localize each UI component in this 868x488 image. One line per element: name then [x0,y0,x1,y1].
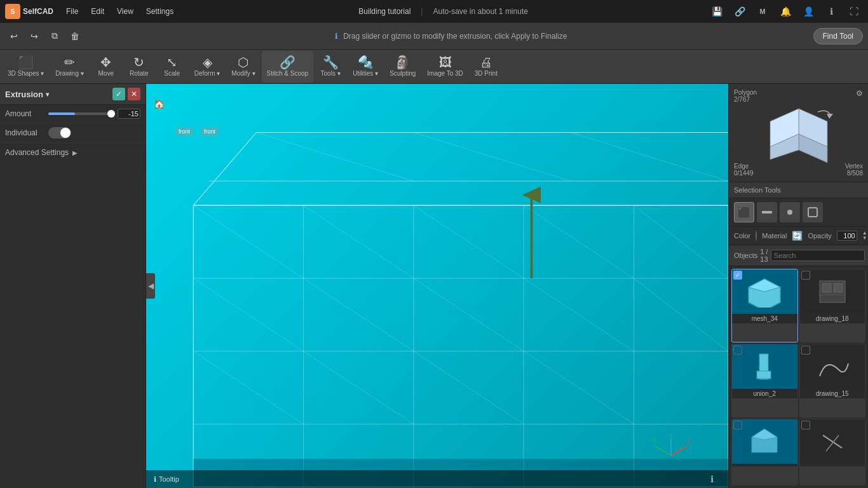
home-view-button[interactable]: 🏠 [154,99,165,109]
share-icon[interactable]: 🔗 [731,3,749,20]
object-5[interactable] [731,419,798,485]
opacity-spinner[interactable]: ▲ ▼ [862,231,867,241]
collapse-panel-button[interactable]: ◀ [146,273,155,299]
notification-icon[interactable]: 🔔 [776,3,794,20]
undo-redo-group: ↩ ↪ ⧉ 🗑 [5,27,84,45]
menu-view[interactable]: View [112,4,139,18]
drawing-18-thumb [800,269,865,314]
undo-button[interactable]: ↩ [5,27,23,45]
advanced-settings-label: Advanced Settings [5,148,69,157]
object-drawing-15[interactable]: drawing_15 [799,344,866,417]
edge-label: Edge [734,163,754,170]
select-polygon-button[interactable]: ⬛ [734,202,754,222]
drawing-15-icon [813,351,851,383]
save-icon[interactable]: 💾 [708,3,726,20]
viewport[interactable]: 🏠 front front X Y Z ℹ Tooltip ℹ [146,84,728,488]
tool-sculpting[interactable]: 🗿 Sculpting [384,51,421,83]
menu-settings[interactable]: Settings [141,4,179,18]
tool-3d-print[interactable]: 🖨 3D Print [470,51,503,83]
object-union-2[interactable]: union_2 [731,344,798,417]
amount-label: Amount [5,109,43,118]
amount-input[interactable] [118,109,140,119]
nav-settings-button[interactable]: ⚙ [856,89,863,98]
delete-button[interactable]: 🗑 [66,27,84,45]
vertex-label: Vertex [845,163,863,170]
select-edge-button[interactable] [757,202,777,222]
move-icon: ✥ [100,56,111,69]
tool-rotate[interactable]: ↻ Rotate [123,51,155,83]
info-bar: ℹ Drag slider or gizmo to modify the ext… [89,32,813,41]
objects-grid: ✓ mesh_34 [729,266,868,488]
mesh-34-icon [745,276,783,308]
amount-slider[interactable] [48,112,115,115]
tool-modify[interactable]: ⬡ Modify ▾ [226,51,260,83]
tool-tools[interactable]: 🔧 Tools ▾ [315,51,346,83]
move-label: Move [98,70,114,77]
autosave-status: Auto-save in about 1 minute [433,7,527,16]
modify-label: Modify ▾ [231,70,255,77]
tool-drawing[interactable]: ✏ Drawing ▾ [50,51,88,83]
object-drawing-18[interactable]: drawing_18 [799,269,866,342]
menu-edit[interactable]: Edit [86,4,109,18]
info-message: Drag slider or gizmo to modify the extru… [343,32,567,41]
apply-button[interactable]: ✓ [112,88,125,100]
info-icon[interactable]: ℹ [822,3,840,20]
tool-icons-bar: ⬛ 3D Shapes ▾ ✏ Drawing ▾ ✥ Move ↻ Rotat… [0,50,868,84]
material-icon[interactable]: 🔄 [792,231,803,241]
tool-utilities[interactable]: 🔩 Utilities ▾ [348,51,383,83]
opacity-down[interactable]: ▼ [862,236,867,241]
tool-deform[interactable]: ◈ Deform ▾ [189,51,226,83]
drawing-label: Drawing ▾ [55,70,83,77]
drawing-15-thumb [800,344,865,389]
close-button[interactable]: ✕ [128,88,140,100]
individual-toggle[interactable] [48,127,71,139]
user-icon[interactable]: 👤 [799,3,817,20]
fullscreen-icon[interactable]: ⛶ [845,3,863,20]
tooltip-info-button[interactable]: ℹ [703,470,721,488]
svg-rect-55 [822,283,831,292]
select-vertex-button[interactable] [780,202,800,222]
tool-3d-shapes[interactable]: ⬛ 3D Shapes ▾ [3,51,49,83]
obj-6-thumb [800,419,865,464]
union-2-icon [745,351,783,383]
left-panel-wrapper: Extrusion ▾ ✓ ✕ Amount [0,84,146,488]
svg-line-40 [655,446,671,456]
obj-6-label [800,464,865,466]
tool-image-to-3d[interactable]: 🖼 Image To 3D [422,51,468,83]
advanced-settings-row[interactable]: Advanced Settings ▶ [0,143,146,162]
advanced-settings-arrow: ▶ [72,149,78,156]
svg-rect-51 [808,208,817,217]
svg-text:Z: Z [669,433,673,438]
drawing-18-check [801,271,810,280]
svg-line-63 [826,435,839,451]
app-name: SelfCAD [23,7,53,16]
menu-file[interactable]: File [61,4,83,18]
union-2-label: union_2 [732,389,797,398]
object-6[interactable] [799,419,866,485]
tool-scale[interactable]: ⤡ Scale [156,51,188,83]
sketchfab-icon[interactable]: M [754,3,771,20]
union-2-check [733,346,742,355]
opacity-input[interactable] [837,231,857,241]
nav-cube-widget[interactable] [764,105,834,163]
object-mesh-34[interactable]: ✓ mesh_34 [731,269,798,342]
individual-row: Individual [0,123,146,143]
duplicate-button[interactable]: ⧉ [46,27,64,45]
menu-right-icons: 💾 🔗 M 🔔 👤 ℹ ⛶ [708,3,863,20]
tools-label: Tools ▾ [321,70,341,77]
color-picker[interactable] [756,231,757,241]
info-icon: ℹ [335,32,338,41]
redo-button[interactable]: ↪ [25,27,43,45]
edge-value: 0/1449 [734,170,754,177]
vertex-info: Vertex 8/508 [845,163,863,177]
select-object-button[interactable] [803,202,823,222]
tool-stitch-scoop[interactable]: 🔗 Stitch & Scoop [262,51,314,83]
toolbar: ↩ ↪ ⧉ 🗑 ℹ Drag slider or gizmo to modify… [0,23,868,50]
tool-move[interactable]: ✥ Move [90,51,122,83]
find-tool-button[interactable]: Find Tool [813,28,863,44]
app-logo: S SelfCAD [5,4,53,19]
objects-header: Objects 1 / 13 ⚙ [729,245,868,266]
vertex-value: 8/508 [845,170,863,177]
image-to-3d-label: Image To 3D [427,70,463,77]
search-input[interactable] [771,250,865,261]
